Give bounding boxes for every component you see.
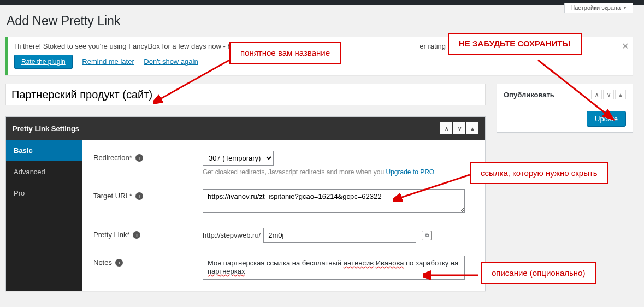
- arrow-icon: [393, 172, 475, 205]
- svg-line-3: [538, 60, 607, 115]
- info-icon[interactable]: i: [115, 259, 123, 267]
- info-icon[interactable]: i: [135, 192, 143, 200]
- dismiss-icon[interactable]: ✕: [622, 41, 629, 51]
- annotation-desc-note: описание (опционально): [481, 262, 596, 284]
- panel-up-icon[interactable]: ∧: [440, 122, 452, 134]
- arrow-icon: [153, 57, 235, 107]
- notes-label: Notes: [93, 258, 112, 267]
- rate-plugin-button[interactable]: Rate the plugin: [14, 55, 73, 69]
- arrow-icon: [423, 269, 483, 285]
- tab-pro[interactable]: Pro: [6, 182, 82, 204]
- pretty-link-label: Pretty Link*: [93, 231, 129, 239]
- annotation-title-note: понятное вам название: [229, 42, 341, 64]
- panel-title: Pretty Link Settings: [13, 125, 79, 133]
- svg-line-5: [399, 175, 470, 198]
- notice-text: Hi there! Stoked to see you're using Fan…: [14, 42, 249, 50]
- redirection-label: Redirection*: [93, 154, 132, 162]
- page-title: Add New Pretty Link: [7, 14, 633, 28]
- annotation-save-note: НЕ ЗАБУДЬТЕ СОХРАНИТЬ!: [448, 33, 582, 55]
- svg-line-1: [158, 60, 229, 100]
- redirection-select[interactable]: 307 (Temporary): [203, 151, 274, 166]
- arrow-icon: [535, 57, 623, 123]
- tab-advanced[interactable]: Advanced: [6, 161, 82, 182]
- info-icon[interactable]: i: [133, 231, 140, 239]
- pretty-link-prefix: http://stepvweb.ru/: [203, 231, 261, 239]
- info-icon[interactable]: i: [135, 154, 143, 162]
- pretty-link-slug-input[interactable]: [263, 228, 416, 243]
- copy-icon[interactable]: ⧉: [422, 231, 432, 240]
- target-url-label: Target URL*: [93, 192, 132, 200]
- remind-later-link[interactable]: Remind me later: [82, 57, 134, 66]
- tab-basic[interactable]: Basic: [6, 140, 82, 161]
- tab-nav: Basic Advanced Pro: [6, 140, 82, 291]
- annotation-link-note: ссылка, которую нужно скрыть: [470, 162, 608, 184]
- panel-down-icon[interactable]: ∨: [453, 122, 465, 134]
- panel-toggle-icon[interactable]: ▲: [466, 122, 478, 134]
- post-title-input[interactable]: [5, 84, 486, 105]
- screen-options-toggle[interactable]: Настройки экрана: [564, 3, 633, 13]
